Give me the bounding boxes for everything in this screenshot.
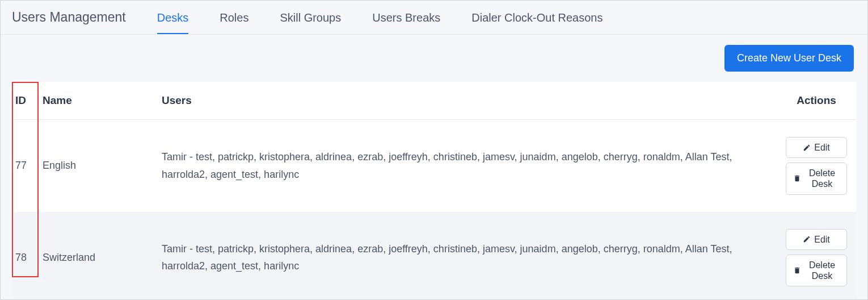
cell-name: English [37,120,156,212]
edit-label: Edit [814,234,830,245]
edit-button[interactable]: Edit [786,229,847,250]
create-new-user-desk-button[interactable]: Create New User Desk [724,45,854,72]
delete-label: Delete Desk [804,260,840,281]
trash-icon [793,266,801,274]
cell-actions: Edit Delete Desk [777,120,856,212]
page-title: Users Management [12,10,126,25]
delete-desk-button[interactable]: Delete Desk [786,163,847,194]
actions-bar: Create New User Desk [1,35,867,82]
tab-skill-groups[interactable]: Skill Groups [280,1,341,34]
delete-desk-button[interactable]: Delete Desk [786,255,847,286]
table-header-row: ID Name Users Actions [12,82,856,120]
edit-icon [803,144,811,152]
delete-label: Delete Desk [804,168,840,189]
table-row: 78 Switzerland Tamir - test, patrickp, k… [12,212,856,300]
table-wrapper: ID Name Users Actions 77 English Tamir -… [1,82,867,300]
edit-label: Edit [814,142,830,153]
tab-dialer-clock-out-reasons[interactable]: Dialer Clock-Out Reasons [471,1,602,34]
column-header-users: Users [156,82,777,120]
tab-desks[interactable]: Desks [157,1,189,34]
edit-icon [803,235,811,243]
column-header-name: Name [37,82,156,120]
edit-button[interactable]: Edit [786,137,847,158]
row-actions: Edit Delete Desk [782,131,850,201]
trash-icon [793,174,801,182]
column-header-actions: Actions [777,82,856,120]
cell-actions: Edit Delete Desk [777,212,856,300]
tab-users-breaks[interactable]: Users Breaks [372,1,440,34]
desks-table: ID Name Users Actions 77 English Tamir -… [12,82,856,300]
cell-users: Tamir - test, patrickp, kristophera, ald… [156,212,777,300]
cell-users: Tamir - test, patrickp, kristophera, ald… [156,120,777,212]
cell-id: 78 [12,212,37,300]
tab-roles[interactable]: Roles [220,1,248,34]
cell-id: 77 [12,120,37,212]
tabs-bar: Users Management Desks Roles Skill Group… [1,1,867,35]
column-header-id: ID [12,82,37,120]
cell-name: Switzerland [37,212,156,300]
table-row: 77 English Tamir - test, patrickp, krist… [12,120,856,212]
main-container: Users Management Desks Roles Skill Group… [0,0,868,300]
row-actions: Edit Delete Desk [782,223,850,293]
